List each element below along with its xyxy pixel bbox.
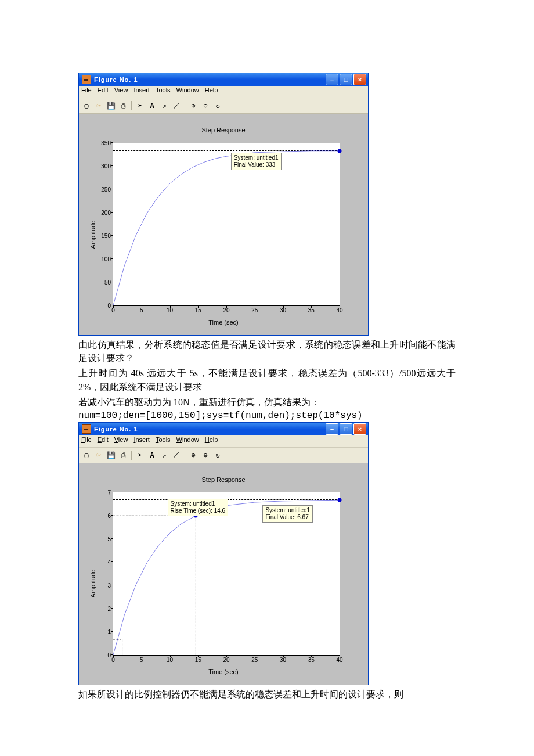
paragraph-3: 若减小汽车的驱动力为 10N，重新进行仿真，仿真结果为： (78, 395, 456, 409)
figure-1-window: Figure No. 1 – □ × File Edit View Insert… (78, 73, 369, 336)
figure-2-window: Figure No. 1 – □ × File Edit View Insert… (78, 422, 369, 685)
menu-insert[interactable]: Insert (134, 87, 150, 97)
chart-1-title: Step Response (95, 127, 352, 135)
figure-2-title: Figure No. 1 (94, 426, 326, 433)
line-icon[interactable]: ／ (171, 100, 182, 111)
figure-1-title: Figure No. 1 (94, 76, 326, 83)
menu-help[interactable]: Help (205, 87, 218, 97)
menu-tools[interactable]: Tools (156, 436, 171, 447)
menu-file[interactable]: File (81, 436, 92, 447)
maximize-button[interactable]: □ (340, 74, 352, 85)
matlab-figure-icon (82, 75, 91, 84)
chart-2-final-datatip: System: untitled1 Final Value: 6.67 (262, 505, 313, 523)
chart-2-title: Step Response (95, 476, 352, 484)
menu-insert[interactable]: Insert (134, 436, 150, 447)
new-icon[interactable]: ▢ (81, 100, 92, 111)
menu-file[interactable]: File (81, 87, 92, 97)
zoom-out-icon[interactable]: ⊖ (200, 450, 211, 460)
arrow-icon[interactable]: ↗ (159, 450, 169, 460)
menu-window[interactable]: Window (176, 87, 199, 97)
minimize-button[interactable]: – (326, 423, 338, 435)
menu-help[interactable]: Help (205, 436, 218, 447)
close-button[interactable]: × (353, 423, 366, 435)
menu-window[interactable]: Window (176, 436, 199, 447)
chart-2-rise-datatip: System: untitled1 Rise Time (sec): 14.6 (168, 499, 228, 516)
pointer-icon[interactable]: ➤ (135, 100, 145, 111)
chart-2-ylabel: Amplitude (89, 570, 96, 598)
print-icon[interactable]: ⎙ (118, 100, 128, 111)
figure-2-plot-area: Step Response Amplitude 0 1 2 3 4 5 6 7 … (79, 463, 368, 685)
zoom-in-icon[interactable]: ⊕ (188, 450, 199, 460)
chart-2-final-marker[interactable] (338, 498, 342, 502)
rotate-icon[interactable]: ↻ (212, 450, 223, 460)
chart-1-datatip: System: untitled1 Final Value: 333 (231, 153, 282, 170)
matlab-figure-icon (82, 424, 91, 434)
text-icon[interactable]: A (147, 450, 157, 460)
code-line: num=100;den=[1000,150];sys=tf(num,den);s… (78, 411, 456, 421)
save-icon[interactable]: 💾 (106, 450, 116, 460)
paragraph-2: 上升时间为 40s 远远大于 5s，不能满足设计要求，稳态误差为（500-333… (78, 366, 456, 393)
menu-view[interactable]: View (114, 436, 128, 447)
figure-1-toolbar: ▢ ☞ 💾 ⎙ ➤ A ↗ ／ ⊕ ⊖ ↻ (79, 98, 368, 114)
print-icon[interactable]: ⎙ (118, 450, 128, 460)
figure-1-titlebar[interactable]: Figure No. 1 – □ × (79, 73, 368, 86)
chart-1-ylabel: Amplitude (89, 220, 96, 249)
close-button[interactable]: × (353, 74, 366, 85)
line-icon[interactable]: ／ (171, 450, 182, 460)
figure-1-plot-area: Step Response Amplitude 0 50 100 150 200… (79, 114, 368, 335)
chart-1-curve (113, 143, 340, 305)
figure-1-menubar: File Edit View Insert Tools Window Help (79, 86, 368, 98)
zoom-in-icon[interactable]: ⊕ (188, 100, 199, 111)
rotate-icon[interactable]: ↻ (212, 100, 223, 111)
chart-1-axes: 0 50 100 150 200 250 300 350 0 5 10 15 2… (113, 143, 340, 306)
paragraph-4: 如果所设计的比例控制器仍不能满足系统的稳态误差和上升时间的设计要求，则 (78, 687, 456, 701)
open-icon[interactable]: ☞ (93, 450, 104, 460)
maximize-button[interactable]: □ (340, 423, 352, 435)
paragraph-1: 由此仿真结果，分析系统的稳态值是否满足设计要求，系统的稳态误差和上升时间能不能满… (78, 338, 456, 365)
chart-2-axes: 0 1 2 3 4 5 6 7 0 5 10 15 20 25 30 35 (113, 492, 340, 656)
arrow-icon[interactable]: ↗ (159, 100, 169, 111)
zoom-out-icon[interactable]: ⊖ (200, 100, 211, 111)
pointer-icon[interactable]: ➤ (135, 450, 145, 460)
menu-edit[interactable]: Edit (98, 87, 109, 97)
new-icon[interactable]: ▢ (81, 450, 92, 460)
open-icon[interactable]: ☞ (93, 100, 104, 111)
minimize-button[interactable]: – (326, 74, 338, 85)
save-icon[interactable]: 💾 (106, 100, 116, 111)
chart-1-marker[interactable] (338, 149, 342, 153)
menu-edit[interactable]: Edit (98, 436, 109, 447)
text-icon[interactable]: A (147, 100, 157, 111)
figure-2-titlebar[interactable]: Figure No. 1 – □ × (79, 423, 368, 435)
menu-tools[interactable]: Tools (156, 87, 171, 97)
figure-2-menubar: File Edit View Insert Tools Window Help (79, 435, 368, 448)
menu-view[interactable]: View (114, 87, 128, 97)
figure-2-toolbar: ▢ ☞ 💾 ⎙ ➤ A ↗ ／ ⊕ ⊖ ↻ (79, 448, 368, 463)
